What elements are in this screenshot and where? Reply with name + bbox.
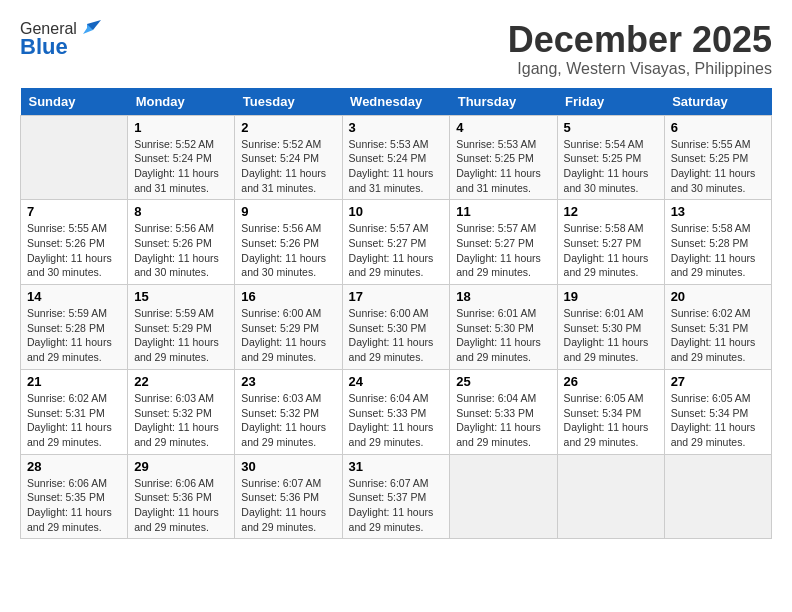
calendar-cell bbox=[21, 115, 128, 200]
day-info: Sunrise: 6:00 AMSunset: 5:30 PMDaylight:… bbox=[349, 306, 444, 365]
day-info: Sunrise: 5:55 AMSunset: 5:26 PMDaylight:… bbox=[27, 221, 121, 280]
day-info: Sunrise: 6:06 AMSunset: 5:35 PMDaylight:… bbox=[27, 476, 121, 535]
day-info: Sunrise: 6:03 AMSunset: 5:32 PMDaylight:… bbox=[134, 391, 228, 450]
calendar-cell: 27Sunrise: 6:05 AMSunset: 5:34 PMDayligh… bbox=[664, 369, 771, 454]
day-info: Sunrise: 6:05 AMSunset: 5:34 PMDaylight:… bbox=[671, 391, 765, 450]
calendar-cell: 7Sunrise: 5:55 AMSunset: 5:26 PMDaylight… bbox=[21, 200, 128, 285]
calendar-cell: 14Sunrise: 5:59 AMSunset: 5:28 PMDayligh… bbox=[21, 285, 128, 370]
day-info: Sunrise: 6:01 AMSunset: 5:30 PMDaylight:… bbox=[564, 306, 658, 365]
calendar-cell: 9Sunrise: 5:56 AMSunset: 5:26 PMDaylight… bbox=[235, 200, 342, 285]
day-info: Sunrise: 5:56 AMSunset: 5:26 PMDaylight:… bbox=[134, 221, 228, 280]
calendar-cell bbox=[450, 454, 557, 539]
day-info: Sunrise: 5:57 AMSunset: 5:27 PMDaylight:… bbox=[349, 221, 444, 280]
day-number: 31 bbox=[349, 459, 444, 474]
header-wednesday: Wednesday bbox=[342, 88, 450, 116]
day-info: Sunrise: 6:02 AMSunset: 5:31 PMDaylight:… bbox=[671, 306, 765, 365]
calendar-cell: 16Sunrise: 6:00 AMSunset: 5:29 PMDayligh… bbox=[235, 285, 342, 370]
header-tuesday: Tuesday bbox=[235, 88, 342, 116]
calendar-cell: 8Sunrise: 5:56 AMSunset: 5:26 PMDaylight… bbox=[128, 200, 235, 285]
day-number: 17 bbox=[349, 289, 444, 304]
day-info: Sunrise: 5:53 AMSunset: 5:25 PMDaylight:… bbox=[456, 137, 550, 196]
calendar-cell: 24Sunrise: 6:04 AMSunset: 5:33 PMDayligh… bbox=[342, 369, 450, 454]
day-number: 3 bbox=[349, 120, 444, 135]
day-number: 12 bbox=[564, 204, 658, 219]
day-info: Sunrise: 6:03 AMSunset: 5:32 PMDaylight:… bbox=[241, 391, 335, 450]
day-info: Sunrise: 5:53 AMSunset: 5:24 PMDaylight:… bbox=[349, 137, 444, 196]
calendar-cell: 23Sunrise: 6:03 AMSunset: 5:32 PMDayligh… bbox=[235, 369, 342, 454]
day-number: 2 bbox=[241, 120, 335, 135]
title-section: December 2025 Igang, Western Visayas, Ph… bbox=[508, 20, 772, 78]
calendar-cell: 26Sunrise: 6:05 AMSunset: 5:34 PMDayligh… bbox=[557, 369, 664, 454]
day-number: 23 bbox=[241, 374, 335, 389]
calendar-week-row: 1Sunrise: 5:52 AMSunset: 5:24 PMDaylight… bbox=[21, 115, 772, 200]
calendar-cell bbox=[557, 454, 664, 539]
day-info: Sunrise: 6:00 AMSunset: 5:29 PMDaylight:… bbox=[241, 306, 335, 365]
day-number: 25 bbox=[456, 374, 550, 389]
calendar-cell: 1Sunrise: 5:52 AMSunset: 5:24 PMDaylight… bbox=[128, 115, 235, 200]
day-number: 27 bbox=[671, 374, 765, 389]
main-title: December 2025 bbox=[508, 20, 772, 60]
day-info: Sunrise: 5:59 AMSunset: 5:28 PMDaylight:… bbox=[27, 306, 121, 365]
calendar-cell bbox=[664, 454, 771, 539]
day-number: 24 bbox=[349, 374, 444, 389]
day-number: 29 bbox=[134, 459, 228, 474]
calendar-cell: 20Sunrise: 6:02 AMSunset: 5:31 PMDayligh… bbox=[664, 285, 771, 370]
day-number: 22 bbox=[134, 374, 228, 389]
calendar-header-row: SundayMondayTuesdayWednesdayThursdayFrid… bbox=[21, 88, 772, 116]
calendar-cell: 25Sunrise: 6:04 AMSunset: 5:33 PMDayligh… bbox=[450, 369, 557, 454]
day-number: 13 bbox=[671, 204, 765, 219]
calendar-week-row: 28Sunrise: 6:06 AMSunset: 5:35 PMDayligh… bbox=[21, 454, 772, 539]
calendar-cell: 2Sunrise: 5:52 AMSunset: 5:24 PMDaylight… bbox=[235, 115, 342, 200]
day-info: Sunrise: 5:55 AMSunset: 5:25 PMDaylight:… bbox=[671, 137, 765, 196]
day-info: Sunrise: 6:02 AMSunset: 5:31 PMDaylight:… bbox=[27, 391, 121, 450]
calendar-cell: 22Sunrise: 6:03 AMSunset: 5:32 PMDayligh… bbox=[128, 369, 235, 454]
header-thursday: Thursday bbox=[450, 88, 557, 116]
day-number: 7 bbox=[27, 204, 121, 219]
calendar-week-row: 21Sunrise: 6:02 AMSunset: 5:31 PMDayligh… bbox=[21, 369, 772, 454]
day-info: Sunrise: 5:52 AMSunset: 5:24 PMDaylight:… bbox=[134, 137, 228, 196]
logo-blue-text: Blue bbox=[20, 34, 68, 60]
logo-bird-icon bbox=[79, 20, 101, 38]
day-info: Sunrise: 5:56 AMSunset: 5:26 PMDaylight:… bbox=[241, 221, 335, 280]
day-info: Sunrise: 6:04 AMSunset: 5:33 PMDaylight:… bbox=[349, 391, 444, 450]
day-info: Sunrise: 5:57 AMSunset: 5:27 PMDaylight:… bbox=[456, 221, 550, 280]
day-info: Sunrise: 6:04 AMSunset: 5:33 PMDaylight:… bbox=[456, 391, 550, 450]
day-info: Sunrise: 5:54 AMSunset: 5:25 PMDaylight:… bbox=[564, 137, 658, 196]
header-saturday: Saturday bbox=[664, 88, 771, 116]
calendar-cell: 30Sunrise: 6:07 AMSunset: 5:36 PMDayligh… bbox=[235, 454, 342, 539]
day-info: Sunrise: 5:59 AMSunset: 5:29 PMDaylight:… bbox=[134, 306, 228, 365]
header-friday: Friday bbox=[557, 88, 664, 116]
calendar-cell: 6Sunrise: 5:55 AMSunset: 5:25 PMDaylight… bbox=[664, 115, 771, 200]
day-number: 8 bbox=[134, 204, 228, 219]
calendar-cell: 13Sunrise: 5:58 AMSunset: 5:28 PMDayligh… bbox=[664, 200, 771, 285]
day-number: 20 bbox=[671, 289, 765, 304]
day-number: 4 bbox=[456, 120, 550, 135]
calendar-cell: 4Sunrise: 5:53 AMSunset: 5:25 PMDaylight… bbox=[450, 115, 557, 200]
calendar-week-row: 7Sunrise: 5:55 AMSunset: 5:26 PMDaylight… bbox=[21, 200, 772, 285]
day-info: Sunrise: 6:06 AMSunset: 5:36 PMDaylight:… bbox=[134, 476, 228, 535]
calendar-cell: 28Sunrise: 6:06 AMSunset: 5:35 PMDayligh… bbox=[21, 454, 128, 539]
calendar-cell: 11Sunrise: 5:57 AMSunset: 5:27 PMDayligh… bbox=[450, 200, 557, 285]
day-number: 10 bbox=[349, 204, 444, 219]
calendar-cell: 12Sunrise: 5:58 AMSunset: 5:27 PMDayligh… bbox=[557, 200, 664, 285]
day-info: Sunrise: 6:01 AMSunset: 5:30 PMDaylight:… bbox=[456, 306, 550, 365]
day-number: 28 bbox=[27, 459, 121, 474]
calendar-cell: 29Sunrise: 6:06 AMSunset: 5:36 PMDayligh… bbox=[128, 454, 235, 539]
day-info: Sunrise: 6:07 AMSunset: 5:37 PMDaylight:… bbox=[349, 476, 444, 535]
day-number: 26 bbox=[564, 374, 658, 389]
day-info: Sunrise: 5:58 AMSunset: 5:27 PMDaylight:… bbox=[564, 221, 658, 280]
subtitle: Igang, Western Visayas, Philippines bbox=[508, 60, 772, 78]
logo: General Blue bbox=[20, 20, 101, 60]
calendar-cell: 18Sunrise: 6:01 AMSunset: 5:30 PMDayligh… bbox=[450, 285, 557, 370]
day-number: 5 bbox=[564, 120, 658, 135]
day-number: 1 bbox=[134, 120, 228, 135]
page-header: General Blue December 2025 Igang, Wester… bbox=[20, 20, 772, 78]
calendar-cell: 5Sunrise: 5:54 AMSunset: 5:25 PMDaylight… bbox=[557, 115, 664, 200]
header-monday: Monday bbox=[128, 88, 235, 116]
calendar-cell: 17Sunrise: 6:00 AMSunset: 5:30 PMDayligh… bbox=[342, 285, 450, 370]
day-info: Sunrise: 5:52 AMSunset: 5:24 PMDaylight:… bbox=[241, 137, 335, 196]
day-info: Sunrise: 6:05 AMSunset: 5:34 PMDaylight:… bbox=[564, 391, 658, 450]
calendar-cell: 19Sunrise: 6:01 AMSunset: 5:30 PMDayligh… bbox=[557, 285, 664, 370]
calendar-cell: 21Sunrise: 6:02 AMSunset: 5:31 PMDayligh… bbox=[21, 369, 128, 454]
day-info: Sunrise: 6:07 AMSunset: 5:36 PMDaylight:… bbox=[241, 476, 335, 535]
